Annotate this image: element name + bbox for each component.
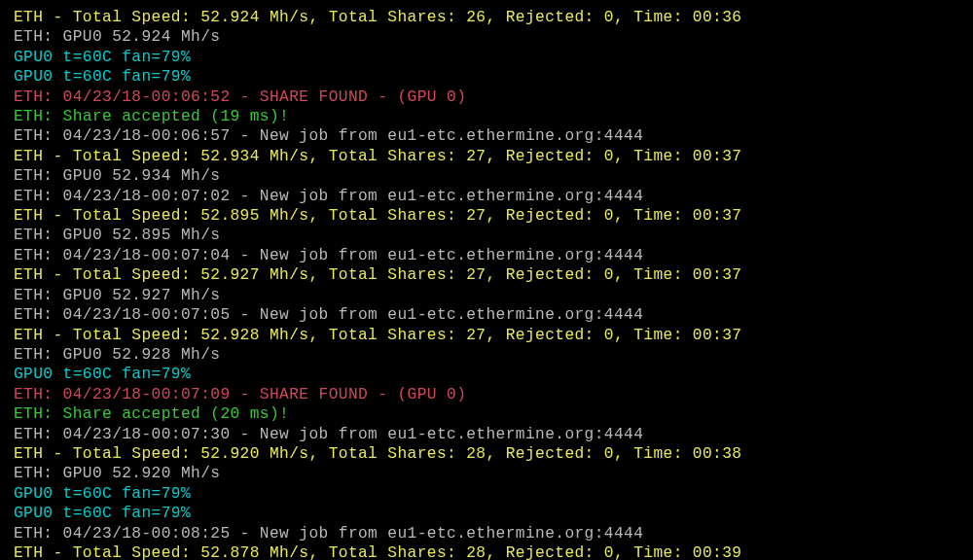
log-line: ETH: 04/23/18-00:07:05 - New job from eu… — [14, 305, 959, 325]
log-line: ETH - Total Speed: 52.927 Mh/s, Total Sh… — [14, 265, 959, 285]
log-line: ETH: 04/23/18-00:06:52 - SHARE FOUND - (… — [14, 88, 959, 107]
log-line: GPU0 t=60C fan=79% — [14, 504, 959, 523]
log-line: ETH - Total Speed: 52.924 Mh/s, Total Sh… — [14, 8, 959, 27]
log-line: ETH: 04/23/18-00:07:04 - New job from eu… — [14, 246, 959, 265]
log-line: ETH: GPU0 52.920 Mh/s — [14, 464, 959, 483]
log-line: ETH: GPU0 52.895 Mh/s — [14, 226, 959, 245]
log-line: ETH: 04/23/18-00:06:57 - New job from eu… — [14, 126, 959, 146]
log-line: ETH: GPU0 52.924 Mh/s — [14, 27, 959, 47]
log-line: ETH: 04/23/18-00:07:02 - New job from eu… — [14, 187, 959, 206]
log-line: ETH: 04/23/18-00:07:09 - SHARE FOUND - (… — [14, 385, 959, 404]
terminal-output[interactable]: ETH - Total Speed: 52.924 Mh/s, Total Sh… — [14, 8, 959, 560]
log-line: ETH: GPU0 52.927 Mh/s — [14, 286, 959, 305]
log-line: ETH - Total Speed: 52.878 Mh/s, Total Sh… — [14, 543, 959, 560]
log-line: ETH: Share accepted (19 ms)! — [14, 107, 959, 126]
log-line: GPU0 t=60C fan=79% — [14, 365, 959, 384]
log-line: ETH: 04/23/18-00:07:30 - New job from eu… — [14, 425, 959, 444]
log-line: ETH: GPU0 52.928 Mh/s — [14, 345, 959, 365]
log-line: ETH: GPU0 52.934 Mh/s — [14, 166, 959, 186]
log-line: GPU0 t=60C fan=79% — [14, 48, 959, 67]
log-line: GPU0 t=60C fan=79% — [14, 484, 959, 504]
log-line: ETH - Total Speed: 52.934 Mh/s, Total Sh… — [14, 147, 959, 166]
log-line: ETH - Total Speed: 52.928 Mh/s, Total Sh… — [14, 326, 959, 345]
log-line: ETH - Total Speed: 52.895 Mh/s, Total Sh… — [14, 206, 959, 226]
log-line: ETH: Share accepted (20 ms)! — [14, 404, 959, 424]
log-line: GPU0 t=60C fan=79% — [14, 67, 959, 87]
log-line: ETH: 04/23/18-00:08:25 - New job from eu… — [14, 524, 959, 543]
log-line: ETH - Total Speed: 52.920 Mh/s, Total Sh… — [14, 444, 959, 464]
